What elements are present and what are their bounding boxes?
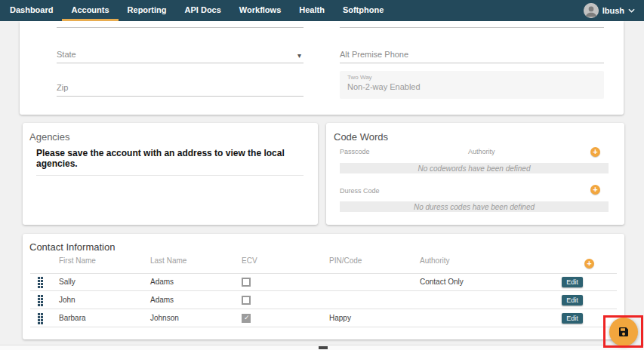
nav-workflows[interactable]: Workflows	[230, 0, 290, 21]
add-codeword-button[interactable]: +	[590, 147, 600, 157]
contact-authority: Contact Only	[420, 273, 464, 291]
contacts-table-header: First Name Last Name ECV PIN/Code Author…	[23, 256, 624, 273]
col-first-name: First Name	[59, 256, 96, 265]
add-duress-code-button[interactable]: +	[590, 185, 600, 195]
duress-code-label: Duress Code	[340, 187, 380, 195]
two-way-label: Two Way	[347, 74, 596, 81]
alt-premise-phone-label: Alt Premise Phone	[340, 50, 408, 59]
contact-first-name: John	[59, 291, 75, 309]
duress-empty-text: No duress codes have been defined	[414, 203, 535, 211]
code-words-card: Code Words Passcode Authority + No codew…	[326, 123, 624, 225]
col-last-name: Last Name	[150, 256, 186, 265]
truncated-field-left[interactable]	[57, 27, 304, 28]
save-button[interactable]	[609, 318, 638, 346]
state-select[interactable]: State ▾	[57, 45, 304, 63]
edit-contact-button[interactable]: Edit	[562, 277, 583, 287]
nav-api-docs[interactable]: API Docs	[176, 0, 230, 21]
truncated-field-right[interactable]	[340, 27, 604, 28]
zip-label: Zip	[57, 83, 68, 92]
state-label: State	[57, 50, 76, 59]
authority-column-label: Authority	[468, 148, 495, 155]
ecv-checkbox[interactable]	[242, 278, 251, 287]
code-words-title: Code Words	[334, 131, 388, 143]
row-divider	[30, 327, 617, 327]
nav-health[interactable]: Health	[290, 0, 334, 21]
top-navbar: Dashboard Accounts Reporting API Docs Wo…	[0, 0, 644, 21]
nav-accounts[interactable]: Accounts	[62, 0, 118, 21]
col-ecv: ECV	[242, 256, 257, 265]
contact-first-name: Sally	[59, 273, 75, 291]
drag-handle-icon[interactable]	[38, 295, 45, 305]
agencies-message: Please save the account with an address …	[36, 148, 304, 176]
nav-dashboard[interactable]: Dashboard	[1, 0, 62, 21]
contact-last-name: Johnson	[150, 309, 179, 327]
ecv-checkbox[interactable]	[242, 314, 251, 323]
col-authority: Authority	[420, 256, 449, 265]
contact-row: Sally Adams Contact Only Edit	[23, 273, 624, 291]
user-avatar-icon	[584, 3, 599, 18]
codewords-empty-text: No codewords have been defined	[418, 164, 531, 173]
address-form-card: State ▾ Zip Alt Premise Phone Two Way No…	[20, 21, 624, 115]
two-way-field: Two Way Non-2-way Enabled	[340, 71, 604, 99]
contact-pin: Happy	[329, 309, 351, 327]
chevron-down-icon	[628, 8, 635, 13]
user-menu[interactable]: lbush	[584, 0, 644, 21]
two-way-value: Non-2-way Enabled	[347, 82, 596, 91]
passcode-column-label: Passcode	[340, 148, 370, 155]
edit-contact-button[interactable]: Edit	[562, 313, 583, 324]
drag-handle-icon[interactable]	[38, 313, 45, 324]
contact-last-name: Adams	[150, 273, 174, 291]
contact-last-name: Adams	[150, 291, 174, 309]
contact-first-name: Barbara	[59, 309, 86, 327]
duress-empty-state: No duress codes have been defined	[340, 201, 609, 212]
contact-information-card: Contact Information First Name Last Name…	[23, 234, 624, 339]
col-pin-code: PIN/Code	[329, 256, 362, 265]
horizontal-scrollbar-thumb[interactable]	[319, 346, 328, 349]
username-label: lbush	[602, 6, 624, 15]
nav-softphone[interactable]: Softphone	[334, 0, 393, 21]
agencies-title: Agencies	[29, 131, 69, 143]
zip-field[interactable]: Zip	[57, 78, 304, 97]
add-contact-button[interactable]: +	[584, 259, 594, 269]
drag-handle-icon[interactable]	[38, 277, 45, 287]
contact-row: John Adams Edit	[23, 291, 624, 309]
contact-information-title: Contact Information	[29, 241, 115, 253]
dropdown-caret-icon: ▾	[297, 51, 301, 60]
contact-row: Barbara Johnson Happy Edit	[23, 309, 624, 327]
alt-premise-phone-field[interactable]: Alt Premise Phone	[340, 45, 604, 63]
edit-contact-button[interactable]: Edit	[562, 295, 583, 305]
agencies-card: Agencies Please save the account with an…	[23, 123, 318, 225]
floppy-disk-icon	[618, 326, 630, 338]
nav-reporting[interactable]: Reporting	[119, 0, 176, 21]
horizontal-scrollbar[interactable]	[0, 345, 644, 350]
ecv-checkbox[interactable]	[242, 296, 251, 305]
codewords-empty-state: No codewords have been defined	[340, 163, 609, 173]
